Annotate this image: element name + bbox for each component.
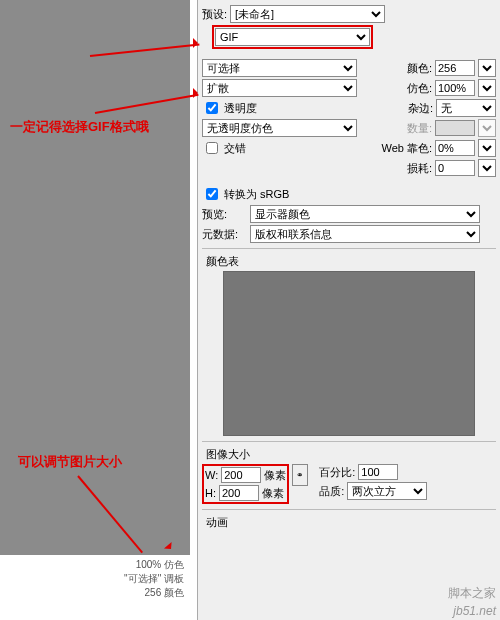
lossy-dropdown[interactable] [478, 159, 496, 177]
info-dither: 100% 仿色 [6, 558, 184, 572]
matte-label: 杂边: [408, 101, 433, 116]
metadata-select[interactable]: 版权和联系信息 [250, 225, 480, 243]
color-table-swatches[interactable] [223, 271, 475, 436]
colors-label: 颜色: [397, 61, 432, 76]
width-unit: 像素 [264, 468, 286, 483]
dither-amt-label: 仿色: [397, 81, 432, 96]
matte-select[interactable]: 无 [436, 99, 496, 117]
height-input[interactable] [219, 485, 259, 501]
options-panel: 预设: [未命名] GIF 可选择 颜色: 扩散 仿色: 透明度 杂边: 无 无… [197, 0, 500, 620]
format-select[interactable]: GIF [215, 28, 370, 46]
websnap-input[interactable] [435, 140, 475, 156]
srgb-label: 转换为 sRGB [224, 187, 289, 202]
preview-select[interactable]: 显示器颜色 [250, 205, 480, 223]
dither-amt-dropdown[interactable] [478, 79, 496, 97]
reduction-select[interactable]: 可选择 [202, 59, 357, 77]
dither-select[interactable]: 扩散 [202, 79, 357, 97]
amount-label: 数量: [397, 121, 432, 136]
lossy-input[interactable] [435, 160, 475, 176]
preview-info: 100% 仿色 "可选择" 调板 256 颜色 [0, 555, 190, 603]
percent-input[interactable] [358, 464, 398, 480]
transparency-checkbox[interactable] [206, 102, 218, 114]
lossy-label: 损耗: [407, 161, 432, 176]
trans-dither-select[interactable]: 无透明度仿色 [202, 119, 357, 137]
metadata-label: 元数据: [202, 227, 247, 242]
arrow-1-head [193, 38, 203, 48]
color-table-title: 颜色表 [206, 254, 496, 269]
info-colors: 256 颜色 [6, 586, 184, 600]
interlaced-checkbox[interactable] [206, 142, 218, 154]
height-unit: 像素 [262, 486, 284, 501]
preset-label: 预设: [202, 7, 227, 22]
width-label: W: [205, 469, 218, 481]
preview-canvas [0, 0, 190, 555]
arrow-2-head [193, 88, 203, 98]
amount-dropdown [478, 119, 496, 137]
percent-label: 百分比: [319, 465, 355, 480]
annotation-size-note: 可以调节图片大小 [18, 453, 122, 471]
amount-input [435, 120, 475, 136]
colors-input[interactable] [435, 60, 475, 76]
quality-select[interactable]: 两次立方 [347, 482, 427, 500]
image-size-title: 图像大小 [206, 447, 496, 462]
width-input[interactable] [221, 467, 261, 483]
watermark-text: 脚本之家 [448, 585, 496, 602]
preset-select[interactable]: [未命名] [230, 5, 385, 23]
colors-dropdown[interactable] [478, 59, 496, 77]
websnap-label: Web 靠色: [372, 141, 432, 156]
interlaced-label: 交错 [224, 141, 246, 156]
annotation-gif-note: 一定记得选择GIF格式哦 [10, 118, 149, 136]
animation-title: 动画 [206, 515, 496, 530]
transparency-label: 透明度 [224, 101, 257, 116]
srgb-checkbox[interactable] [206, 188, 218, 200]
quality-label: 品质: [319, 484, 344, 499]
dither-amt-input[interactable] [435, 80, 475, 96]
link-dimensions-icon[interactable]: ⚭ [292, 464, 308, 486]
watermark-url: jb51.net [453, 604, 496, 618]
height-label: H: [205, 487, 216, 499]
preview-label: 预览: [202, 207, 247, 222]
info-palette: "可选择" 调板 [6, 572, 184, 586]
websnap-dropdown[interactable] [478, 139, 496, 157]
